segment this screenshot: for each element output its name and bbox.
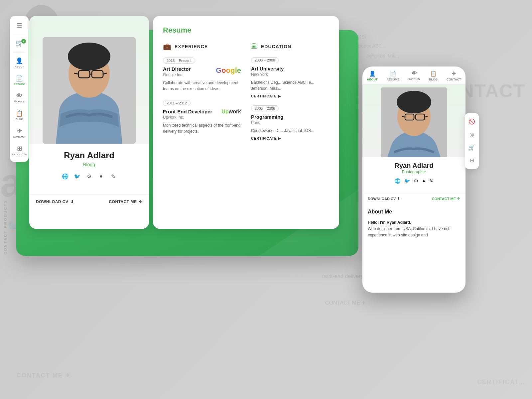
mobile-profile-name: Ryan Adlard (367, 162, 461, 170)
contact-me-button[interactable]: CONTACT ME ✈ (109, 200, 142, 204)
bg-contact-me-mid: CONTACT ME ✈ (325, 300, 366, 306)
education-icon: 🏛 (251, 43, 258, 50)
twitter-icon[interactable]: 🐦 (73, 173, 81, 180)
resume-panel-inner: Resume 💼 EXPERIENCE 2013 – Present Art D… (153, 16, 339, 229)
sidebar-item-cart[interactable]: 🛒 6 (10, 36, 29, 51)
social-icons-bar: 🌐 🐦 ⚙ ● ✎ (36, 173, 142, 180)
about-icon: 👤 (16, 57, 23, 65)
mobile-nav-contact[interactable]: ✈ CONTACT (444, 70, 464, 81)
spotify-icon[interactable]: ● (97, 173, 105, 180)
mobile-avatar-svg (381, 87, 447, 157)
edu-2-title: Programming (251, 114, 329, 120)
send-icon: ✈ (139, 200, 143, 204)
resume-title-rest: esume (168, 26, 192, 34)
mobile-nav-blog[interactable]: 📋 BLOG (426, 70, 440, 81)
sidebar-item-products[interactable]: ⊞ PRODUCTS (10, 142, 29, 159)
mobile-download-cv-button[interactable]: DOWNLOAD CV ⬇ (368, 197, 400, 201)
mobile-about-label: ABOUT (367, 78, 378, 81)
sidebar-works-label: WORKS (14, 100, 25, 103)
mobile-footer: DOWNLOAD CV ⬇ CONTACT ME ✈ (362, 193, 466, 204)
resume-title-r: R (163, 26, 168, 34)
mobile-nav-works[interactable]: 👁 WORKS (406, 70, 423, 81)
mobile-spotify-icon[interactable]: ● (422, 178, 425, 184)
mobile-contact-icon: ✈ (452, 70, 456, 77)
sidebar-item-resume[interactable]: 📄 RESUME (10, 71, 29, 89)
mobile-resume-icon: 📄 (390, 70, 396, 77)
exp-2-date: 2011 – 2012 (163, 100, 191, 106)
mobile-download-label: DOWNLOAD CV (368, 197, 396, 201)
sidebar-item-menu[interactable]: ☰ (10, 19, 29, 33)
mobile-twitter-icon[interactable]: 🐦 (404, 178, 410, 184)
edu-item-1: 2006 – 2008 Art University New York Bach… (251, 57, 329, 98)
svg-point-4 (68, 43, 110, 70)
profile-avatar (43, 37, 136, 144)
exp-1-company: Google Inc. (163, 72, 191, 77)
mobile-blog-label: BLOG (429, 78, 438, 81)
bg-certificate-bottom: CERTIFICAT... (477, 379, 525, 386)
rt-eye-off-button[interactable]: 🚫 (465, 115, 479, 128)
about-title: About Me (368, 209, 460, 215)
mobile-nav-resume[interactable]: 📄 RESUME (384, 70, 402, 81)
edu-2-certificate[interactable]: CERTIFICATE ▶ (251, 136, 329, 141)
certificate-2-label: CERTIFICATE ▶ (251, 136, 281, 141)
edu-1-certificate[interactable]: CERTIFICATE ▶ (251, 94, 329, 98)
rt-grid-button[interactable]: ⊞ (465, 154, 479, 167)
github-icon[interactable]: ⚙ (85, 173, 93, 180)
bg-abc-text: Science ABC... (355, 43, 386, 49)
mobile-github-icon[interactable]: ⚙ (414, 178, 418, 184)
blog-icon: 📋 (16, 110, 23, 117)
experience-title: EXPERIENCE (175, 44, 208, 49)
pen-icon[interactable]: ✎ (109, 173, 117, 180)
about-text-strong: Hello! I'm Ryan Adlard. (368, 220, 411, 225)
google-logo: Google (216, 66, 241, 75)
sidebar-item-blog[interactable]: 📋 BLOG (10, 106, 29, 124)
eye-off-icon: 🚫 (468, 118, 475, 125)
profile-card-footer: DOWNLOAD CV ⬇ CONTACT ME ✈ (29, 195, 149, 209)
exp-1-title: Art Director (163, 66, 191, 72)
experience-column: 💼 EXPERIENCE 2013 – Present Art Director… (163, 43, 241, 147)
sidebar-item-works[interactable]: 👁 WORKS (10, 89, 29, 106)
menu-icon: ☰ (17, 22, 22, 29)
sidebar-blog-label: BLOG (15, 118, 23, 121)
education-title: EDUCATION (261, 44, 291, 49)
rt-target-button[interactable]: ◎ (465, 128, 479, 141)
edu-1-location: New York (251, 72, 329, 77)
mobile-works-label: WORKS (408, 77, 420, 81)
edu-1-desc: Bachelor's Deg... Science ABC Te... Jeff… (251, 79, 329, 91)
download-cv-button[interactable]: DOWNLOAD CV ⬇ (36, 200, 74, 204)
sidebar-item-contact[interactable]: ✈ CONTACT (10, 124, 29, 142)
exp-2-desc: Monitored technical aspects of the front… (163, 122, 241, 134)
resume-columns: 💼 EXPERIENCE 2013 – Present Art Director… (163, 43, 329, 147)
mobile-profile-role: Photographer (367, 170, 461, 174)
exp-2-title: Front-End Developer (163, 109, 212, 114)
mobile-avatar (381, 87, 447, 157)
mobile-nav: 👤 ABOUT 📄 RESUME 👁 WORKS 📋 BLOG ✈ CONTAC… (362, 66, 466, 84)
education-header: 🏛 EDUCATION (251, 43, 329, 50)
exp-2-company: Upwork Inc. (163, 115, 212, 120)
sidebar-divider-2 (13, 52, 25, 53)
sidebar-item-about[interactable]: 👤 ABOUT (10, 54, 29, 71)
mobile-pen-icon[interactable]: ✎ (429, 178, 433, 184)
resume-panel: Resume 💼 EXPERIENCE 2013 – Present Art D… (153, 16, 339, 229)
works-icon: 👁 (16, 92, 22, 99)
globe-icon[interactable]: 🌐 (62, 173, 69, 180)
exp-1-desc: Collaborate with creative and developmen… (163, 80, 241, 92)
sidebar-resume-label: RESUME (14, 83, 25, 86)
mobile-download-icon: ⬇ (397, 197, 400, 201)
mobile-send-icon: ✈ (457, 197, 460, 201)
experience-icon: 💼 (163, 43, 171, 51)
mobile-globe-icon[interactable]: 🌐 (395, 178, 400, 184)
sidebar-contact-label: CONTACT (13, 135, 26, 138)
exp-1-date: 2013 – Present (163, 58, 195, 64)
mobile-contact-label: CONTACT (447, 78, 461, 81)
mobile-contact-me-button[interactable]: CONTACT ME ✈ (432, 197, 460, 201)
edu-1-date: 2006 – 2008 (251, 57, 279, 63)
about-text-body: Web designer from USA, California. I hav… (368, 226, 451, 237)
mobile-nav-about[interactable]: 👤 ABOUT (364, 70, 380, 81)
sidebar-divider-1 (13, 35, 25, 35)
rt-cart-button[interactable]: 🛒 (465, 141, 479, 154)
edu-2-desc: Coursework – C... Javascript, iOS... (251, 128, 329, 134)
products-icon: ⊞ (17, 145, 22, 152)
cart-badge: 6 (21, 39, 26, 44)
about-text: Hello! I'm Ryan Adlard. Web designer fro… (368, 219, 460, 239)
